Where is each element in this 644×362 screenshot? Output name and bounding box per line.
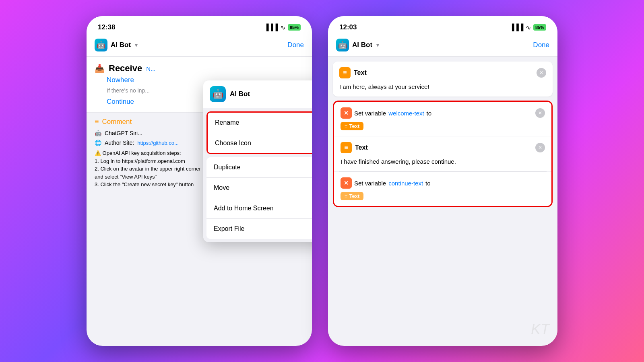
battery-badge: 85% bbox=[288, 24, 301, 31]
export-menu-item[interactable]: Export File ⬆ bbox=[206, 219, 312, 239]
right-nav-bar: 🤖 AI Bot ▾ Done bbox=[328, 35, 557, 57]
text-card-2: ≡ Text ✕ I have finished answering, plea… bbox=[334, 136, 551, 171]
left-phone-screen: 12:38 ▐▐▐ ∿ 85% 🤖 AI Bot ▾ Done 📥 Receiv… bbox=[87, 16, 312, 346]
left-done-button[interactable]: Done bbox=[287, 41, 304, 49]
set-var-row-1: ✕ Set variable welcome-text to ✕ bbox=[341, 107, 545, 119]
text-badge-1: ≡ Text bbox=[341, 122, 363, 130]
text-badge-2-label: Text bbox=[349, 193, 360, 199]
text-badge-2: ≡ Text bbox=[341, 192, 363, 200]
dropdown-bot-name: AI Bot bbox=[230, 90, 250, 98]
text-badge-row-2: ≡ Text bbox=[341, 192, 545, 200]
left-status-icons: ▐▐▐ ∿ 85% bbox=[264, 24, 301, 31]
rename-label: Rename bbox=[215, 119, 239, 126]
add-home-menu-item[interactable]: Add to Home Screen ⊞ bbox=[206, 198, 312, 218]
close-button-2[interactable]: ✕ bbox=[535, 108, 545, 118]
comment-lines-icon: ≡ bbox=[95, 117, 99, 126]
receive-row: 📥 Receive N... bbox=[95, 63, 304, 74]
text-card-1-title-row: ≡ Text bbox=[339, 67, 367, 78]
var-name-1: welcome-text bbox=[388, 110, 424, 117]
text-card-1: ≡ Text ✕ I am here, always at your servi… bbox=[333, 62, 553, 97]
left-nav-title: 🤖 AI Bot ▾ bbox=[95, 39, 138, 51]
to-text-2: to bbox=[425, 180, 431, 187]
right-battery-badge: 85% bbox=[533, 24, 546, 31]
rename-menu-item[interactable]: Rename ✏ bbox=[208, 113, 312, 133]
text-card-1-title: Text bbox=[354, 69, 367, 76]
text-badge-1-label: Text bbox=[349, 123, 360, 129]
right-done-button[interactable]: Done bbox=[533, 41, 549, 49]
duplicate-menu-item[interactable]: Duplicate ⊞ bbox=[206, 157, 312, 177]
right-bot-icon: 🤖 bbox=[336, 39, 349, 51]
highlighted-menu-group: Rename ✏ Choose Icon 🖼 bbox=[206, 111, 312, 154]
set-var-label-1: Set variable bbox=[354, 110, 386, 117]
text-card-2-header: ≡ Text ✕ bbox=[341, 142, 545, 153]
right-nav-chevron: ▾ bbox=[376, 42, 379, 48]
x-icon-2: ✕ bbox=[341, 177, 352, 189]
left-nav-bar: 🤖 AI Bot ▾ Done bbox=[87, 35, 312, 57]
var-name-2: continue-text bbox=[388, 180, 423, 187]
choose-icon-menu-item[interactable]: Choose Icon 🖼 bbox=[208, 133, 312, 153]
add-home-label: Add to Home Screen bbox=[214, 205, 274, 212]
dropdown-menu: 🤖 AI Bot ⬆ Rename ✏ Choose Icon 🖼 bbox=[203, 80, 312, 242]
right-nav-title: 🤖 AI Bot ▾ bbox=[336, 39, 379, 51]
right-phone-screen: 12:03 ▐▐▐ ∿ 85% 🤖 AI Bot ▾ Done ≡ bbox=[328, 16, 557, 346]
right-signal-icon: ▐▐▐ bbox=[510, 24, 523, 31]
move-menu-item[interactable]: Move 📁 bbox=[206, 178, 312, 198]
red-border-group: ✕ Set variable welcome-text to ✕ ≡ Text bbox=[333, 101, 553, 207]
text-card-2-body: I have finished answering, please contin… bbox=[341, 157, 545, 166]
screenshots-container: 12:38 ▐▐▐ ∿ 85% 🤖 AI Bot ▾ Done 📥 Receiv… bbox=[87, 16, 557, 346]
right-content-area: ≡ Text ✕ I am here, always at your servi… bbox=[328, 57, 557, 338]
set-var-card-2: ✕ Set variable continue-text to ≡ Text bbox=[334, 172, 551, 206]
globe-icon: 🌐 bbox=[95, 140, 101, 146]
chatgpt-icon: 🤖 bbox=[95, 130, 101, 136]
signal-icon: ▐▐▐ bbox=[264, 24, 278, 31]
text-badge-2-icon: ≡ bbox=[345, 193, 348, 199]
other-menu-group: Duplicate ⊞ Move 📁 Add to Home Screen ⊞ … bbox=[206, 157, 312, 239]
receive-text: Receive bbox=[109, 63, 142, 74]
right-wifi-icon: ∿ bbox=[526, 24, 531, 31]
text-card-1-body: I am here, always at your service! bbox=[339, 82, 546, 91]
set-var-card-1: ✕ Set variable welcome-text to ✕ ≡ Text bbox=[334, 102, 551, 136]
left-nav-chevron: ▾ bbox=[135, 42, 138, 48]
x-icon-1: ✕ bbox=[341, 107, 352, 119]
right-nav-title-text: AI Bot bbox=[352, 41, 372, 49]
dropdown-bot-row: 🤖 AI Bot bbox=[210, 86, 250, 102]
right-status-bar: 12:03 ▐▐▐ ∿ 85% bbox=[328, 16, 557, 35]
left-nav-title-text: AI Bot bbox=[111, 41, 131, 49]
right-time: 12:03 bbox=[339, 23, 357, 31]
text-icon-2: ≡ bbox=[341, 142, 352, 153]
watermark: KT bbox=[531, 321, 549, 338]
dropdown-header: 🤖 AI Bot ⬆ bbox=[203, 80, 312, 108]
author-label: Author Site: bbox=[105, 140, 134, 146]
nowhere-label-inline: N... bbox=[146, 65, 155, 72]
export-label: Export File bbox=[214, 225, 244, 232]
text-badge-1-icon: ≡ bbox=[345, 123, 348, 129]
wifi-icon: ∿ bbox=[280, 24, 285, 31]
right-status-icons: ▐▐▐ ∿ 85% bbox=[510, 24, 546, 31]
text-badge-row-1: ≡ Text bbox=[341, 122, 545, 130]
author-url: https://github.co... bbox=[137, 140, 179, 146]
text-card-1-header: ≡ Text ✕ bbox=[339, 67, 546, 78]
left-bot-icon: 🤖 bbox=[95, 39, 107, 51]
to-text-1: to bbox=[427, 110, 432, 117]
close-button-3[interactable]: ✕ bbox=[535, 143, 545, 152]
receive-icon: 📥 bbox=[95, 64, 105, 73]
left-time: 12:38 bbox=[98, 23, 115, 31]
chatgpt-text: ChatGPT Siri... bbox=[105, 130, 142, 136]
left-status-bar: 12:38 ▐▐▐ ∿ 85% bbox=[87, 16, 312, 35]
text-card-2-title-row: ≡ Text bbox=[341, 142, 368, 153]
dropdown-bot-icon: 🤖 bbox=[210, 86, 226, 102]
close-button-1[interactable]: ✕ bbox=[537, 68, 546, 78]
choose-icon-label: Choose Icon bbox=[215, 140, 251, 147]
comment-label: Comment bbox=[102, 118, 132, 126]
move-label: Move bbox=[214, 184, 229, 191]
duplicate-label: Duplicate bbox=[214, 164, 241, 171]
set-var-row-2: ✕ Set variable continue-text to bbox=[341, 177, 545, 189]
text-icon-1: ≡ bbox=[339, 67, 351, 78]
text-card-2-title: Text bbox=[355, 144, 368, 151]
set-var-label-2: Set variable bbox=[354, 180, 386, 187]
